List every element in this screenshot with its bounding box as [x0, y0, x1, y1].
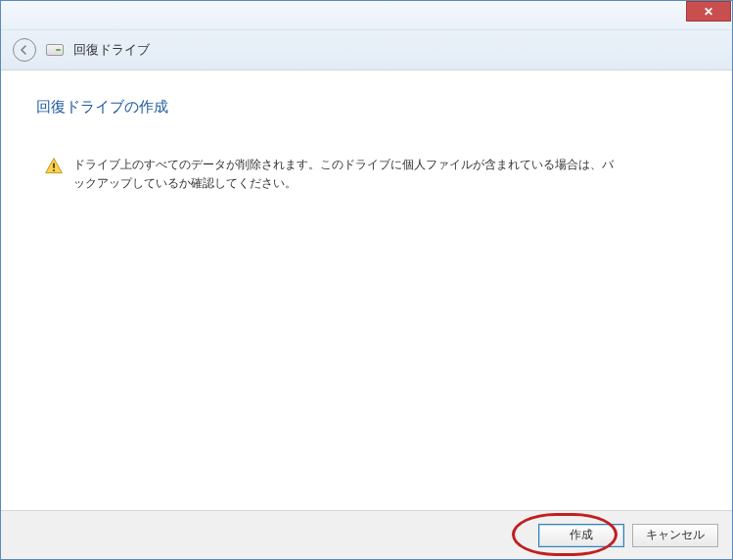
create-button[interactable]: 作成	[538, 524, 624, 547]
content-area: 回復ドライブの作成 ドライブ上のすべてのデータが削除されます。このドライブに個人…	[1, 70, 732, 510]
drive-icon	[46, 44, 64, 56]
header: 回復ドライブ	[1, 30, 732, 70]
warning-text: ドライブ上のすべてのデータが削除されます。このドライブに個人ファイルが含まれてい…	[73, 156, 621, 193]
page-title: 回復ドライブの作成	[36, 98, 697, 117]
back-button[interactable]	[13, 38, 36, 62]
arrow-left-icon	[19, 44, 30, 56]
warning-icon	[44, 157, 64, 176]
titlebar: ✕	[1, 1, 732, 30]
footer: 作成 キャンセル	[1, 510, 732, 559]
warning-row: ドライブ上のすべてのデータが削除されます。このドライブに個人ファイルが含まれてい…	[36, 156, 697, 193]
header-title: 回復ドライブ	[73, 41, 150, 59]
svg-rect-1	[53, 169, 55, 171]
close-icon: ✕	[704, 5, 713, 19]
dialog-window: ✕ 回復ドライブ 回復ドライブの作成 ドライブ上のすべてのデータが削除されます。…	[0, 0, 733, 560]
cancel-button[interactable]: キャンセル	[632, 524, 718, 547]
svg-rect-0	[53, 163, 55, 168]
close-button[interactable]: ✕	[686, 1, 731, 22]
